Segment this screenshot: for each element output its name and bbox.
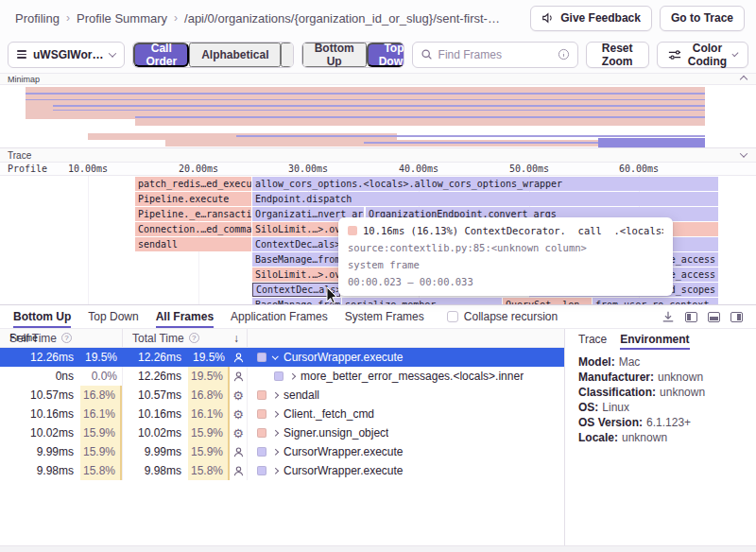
details-tab-environment[interactable]: Environment: [620, 329, 689, 350]
flame-frame[interactable]: Connection.…ed_command: [135, 222, 251, 236]
expand-row-icon[interactable]: [271, 431, 279, 436]
breadcrumb-item[interactable]: Profile Summary: [77, 11, 167, 26]
minimap-canvas[interactable]: [0, 85, 756, 147]
info-icon[interactable]: [558, 48, 570, 60]
expand-row-icon[interactable]: [271, 412, 279, 417]
direction-option-button[interactable]: Top Down: [367, 43, 404, 67]
detail-value: unknown: [660, 386, 705, 399]
flame-frame[interactable]: ContextDec…als>.i: [252, 237, 340, 251]
expand-row-icon[interactable]: [271, 393, 279, 398]
tab-application-frames[interactable]: Application Frames: [231, 305, 328, 328]
self-time-value: 9.98ms: [0, 464, 74, 477]
tab-system-frames[interactable]: System Frames: [345, 305, 424, 328]
filter-tabs: All FramesApplication FramesSystem Frame…: [156, 305, 424, 328]
self-time-pct: 15.9%: [80, 442, 122, 461]
tab-all-frames[interactable]: All Frames: [156, 305, 214, 328]
total-time-value: 9.98ms: [123, 464, 181, 477]
layout-right-dock-icon[interactable]: [730, 312, 743, 322]
application-frame-icon: [230, 446, 247, 458]
layout-bottom-dock-icon[interactable]: [708, 312, 720, 322]
flame-frame[interactable]: QuerySet.…len: [503, 298, 592, 304]
flame-frame[interactable]: SiloLimit.…>.over: [252, 222, 340, 236]
frame-color-swatch: [257, 353, 266, 362]
application-frame-icon: [230, 352, 247, 364]
profiling-flamegraph-page: Profiling›Profile Summary›/api/0/organiz…: [0, 0, 756, 552]
thread-selector[interactable]: uWSGIWor…: [8, 42, 125, 68]
question-icon[interactable]: ?: [189, 333, 199, 343]
total-time-pct: 15.9%: [188, 442, 230, 461]
minimap-block: [236, 135, 705, 137]
collapse-trace-icon[interactable]: [740, 149, 747, 157]
total-time-value: 10.57ms: [123, 388, 181, 402]
flame-frame[interactable]: Pipeline._e…ransaction: [135, 207, 251, 221]
flame-frame[interactable]: sendall: [135, 237, 251, 251]
flame-frame[interactable]: [673, 222, 718, 236]
total-time-cell: 12.26ms19.5%: [123, 367, 248, 386]
self-time-pct: 16.1%: [80, 405, 122, 423]
go-to-trace-label: Go to Trace: [671, 11, 733, 25]
flame-frame[interactable]: Pipeline.execute: [135, 192, 251, 206]
flame-frame[interactable]: SiloLimit.…>.over: [252, 267, 340, 282]
flame-frame[interactable]: patch_redis…ed_execute: [135, 177, 251, 191]
table-row[interactable]: 0ns0.0%12.26ms19.5%more_better_error_mes…: [0, 367, 564, 386]
total-time-cell: 10.57ms16.8%⚙: [123, 386, 248, 405]
give-feedback-button[interactable]: Give Feedback: [530, 6, 652, 31]
top-bar-actions: Give Feedback Go to Trace: [530, 6, 745, 31]
go-to-trace-button[interactable]: Go to Trace: [660, 6, 745, 31]
find-frames-input[interactable]: [438, 48, 552, 61]
collapse-recursion-option[interactable]: Collapse recursion: [447, 305, 558, 328]
col-frame[interactable]: Frame: [0, 215, 45, 461]
sort-option-button[interactable]: Call Order: [133, 43, 189, 67]
sort-option-button[interactable]: Alphabetical: [189, 43, 281, 67]
breadcrumb-separator: ›: [66, 11, 70, 25]
table-row[interactable]: 9.99ms15.9%9.99ms15.9%CursorWrapper.exec…: [0, 442, 564, 461]
color-coding-button[interactable]: Color Coding: [657, 42, 748, 68]
table-row[interactable]: 10.02ms15.9%10.02ms15.9%⚙Signer.unsign_o…: [0, 423, 564, 442]
gridline: [88, 176, 89, 304]
flame-frame[interactable]: allow_cors_options.<locals>.allow_cors_o…: [252, 177, 718, 191]
col-total-time[interactable]: Total Time ? ↓: [123, 329, 248, 347]
flame-frame[interactable]: from_user…ro_context: [593, 298, 718, 304]
reset-zoom-button[interactable]: Reset Zoom: [586, 42, 649, 68]
question-icon[interactable]: ?: [61, 333, 72, 343]
collapse-row-icon[interactable]: [271, 355, 279, 360]
table-row[interactable]: 10.16ms16.1%10.16ms16.1%⚙Client._fetch_c…: [0, 405, 564, 423]
download-icon[interactable]: [662, 310, 675, 323]
minimap-block: [26, 99, 705, 100]
tab-top-down[interactable]: Top Down: [88, 305, 138, 328]
sort-option-button[interactable]: Left Heavy: [281, 43, 293, 67]
total-time-cell: 12.26ms19.5%: [123, 348, 248, 367]
minimap-header: Minimap: [0, 74, 756, 85]
breadcrumb-item[interactable]: /api/0/organizations/{organization_id_or…: [184, 11, 500, 26]
collapse-minimap-icon[interactable]: [740, 75, 747, 82]
detail-value: unknown: [622, 431, 667, 444]
table-body: 12.26ms19.5%12.26ms19.5%CursorWrapper.ex…: [0, 348, 564, 552]
detail-label: OS:: [578, 401, 598, 414]
direction-option-button[interactable]: Bottom Up: [302, 43, 367, 67]
table-header: Self Time ? Total Time ? ↓ Frame: [0, 329, 564, 348]
flame-frame[interactable]: [673, 237, 718, 251]
flame-frame[interactable]: Endpoint.dispatch: [252, 192, 718, 206]
find-frames-search: [412, 42, 578, 68]
tooltip-range: 00:00.023 — 00:00.033: [348, 276, 663, 287]
details-tab-trace[interactable]: Trace: [578, 329, 607, 350]
table-row[interactable]: 12.26ms19.5%12.26ms19.5%CursorWrapper.ex…: [0, 348, 564, 367]
detail-value: unknown: [658, 371, 703, 384]
collapse-recursion-checkbox[interactable]: [447, 311, 458, 322]
breadcrumb-item[interactable]: Profiling: [15, 11, 60, 26]
flame-frame[interactable]: BaseManage…from_c: [252, 252, 340, 267]
table-row[interactable]: 10.57ms16.8%10.57ms16.8%⚙sendall: [0, 386, 564, 405]
frame-name: CursorWrapper.execute: [284, 445, 404, 458]
sliders-icon: [668, 48, 681, 61]
total-time-pct: 19.5%: [188, 367, 230, 386]
expand-row-icon[interactable]: [288, 374, 296, 379]
expand-row-icon[interactable]: [271, 469, 279, 474]
frame-name: Client._fetch_cmd: [284, 407, 374, 421]
flame-frame[interactable]: serialize_member: [342, 298, 502, 304]
expand-row-icon[interactable]: [271, 450, 279, 455]
horizontal-scrollbar[interactable]: [0, 545, 756, 552]
layout-left-dock-icon[interactable]: [685, 312, 697, 322]
table-row[interactable]: 9.98ms15.8%9.98ms15.8%CursorWrapper.exec…: [0, 461, 564, 480]
total-time-cell: 10.16ms16.1%⚙: [123, 405, 248, 423]
time-axis: Profile 10.00ms20.00ms30.00ms40.00ms50.0…: [0, 163, 756, 176]
